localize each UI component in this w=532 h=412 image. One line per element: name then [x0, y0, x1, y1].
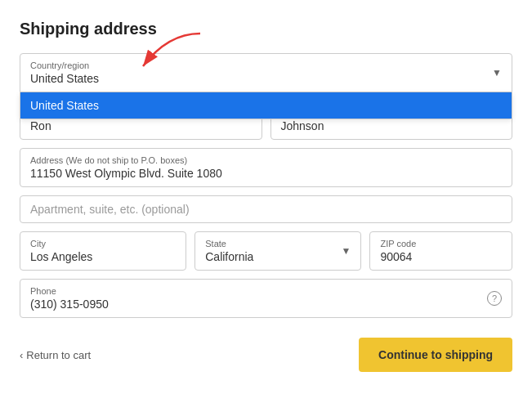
address-value: 11150 West Olympic Blvd. Suite 1080 [30, 167, 502, 180]
city-value: Los Angeles [30, 250, 176, 263]
state-value: California [205, 250, 351, 263]
phone-help-icon[interactable]: ? [487, 291, 502, 306]
phone-label: Phone [30, 286, 502, 296]
form-footer: ‹ Return to cart Continue to shipping [20, 338, 512, 372]
country-dropdown-options: United States [20, 92, 512, 119]
return-to-cart-link[interactable]: ‹ Return to cart [20, 349, 91, 361]
state-field[interactable]: State California ▼ [194, 231, 361, 271]
address-field[interactable]: Address (We do not ship to P.O. boxes) 1… [20, 148, 512, 187]
phone-field[interactable]: Phone (310) 315-0950 ? [20, 279, 512, 318]
city-state-zip-row: City Los Angeles State California ▼ ZIP … [20, 231, 512, 271]
zip-field[interactable]: ZIP code 90064 [369, 231, 512, 271]
state-chevron-icon: ▼ [342, 245, 351, 257]
first-name-value: Ron [30, 119, 252, 132]
apartment-placeholder: Apartment, suite, etc. (optional) [30, 203, 502, 216]
city-field[interactable]: City Los Angeles [20, 231, 186, 271]
country-option-us[interactable]: United States [20, 92, 512, 119]
country-region-wrapper: Country/region United States ▼ United St… [20, 53, 512, 92]
apartment-field[interactable]: Apartment, suite, etc. (optional) [20, 195, 512, 223]
chevron-left-icon: ‹ [20, 349, 23, 361]
last-name-value: Johnson [281, 119, 503, 132]
return-label: Return to cart [26, 349, 91, 361]
chevron-down-icon: ▼ [492, 67, 502, 78]
city-label: City [30, 239, 176, 249]
zip-value: 90064 [380, 250, 502, 263]
shipping-form: Country/region United States ▼ United St… [20, 53, 512, 318]
state-label: State [205, 239, 351, 249]
phone-value: (310) 315-0950 [30, 298, 502, 311]
country-region-field[interactable]: Country/region United States ▼ [20, 53, 512, 92]
country-region-label: Country/region [30, 60, 502, 70]
continue-to-shipping-button[interactable]: Continue to shipping [359, 338, 512, 372]
address-label: Address (We do not ship to P.O. boxes) [30, 155, 502, 165]
zip-label: ZIP code [380, 239, 502, 249]
page-title: Shipping address [20, 20, 512, 38]
country-region-value: United States [30, 72, 502, 85]
